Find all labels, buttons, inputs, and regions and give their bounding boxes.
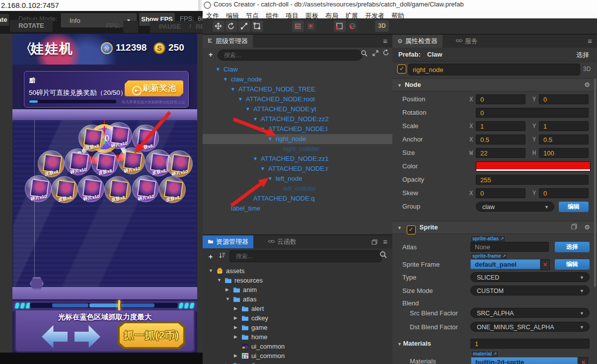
prefab-select-button[interactable]: 选择 — [576, 51, 589, 60]
atlas-select-button[interactable]: 选择 — [555, 242, 590, 252]
triangle-right-icon[interactable]: ▶ — [225, 361, 229, 364]
tree-node-ATTACHED_NODE:l[interactable]: ▼ATTACHED_NODE:l — [203, 124, 392, 134]
triangle-right-icon[interactable]: ▶ — [234, 323, 237, 332]
menu-icon[interactable]: ≡ — [383, 37, 387, 45]
tree-node-ATTACHED_NODE:yt[interactable]: ▼ATTACHED_NODE:yt — [203, 104, 392, 114]
tree-node-right_node[interactable]: ▼right_node — [203, 134, 392, 144]
add-asset-icon[interactable]: + — [209, 253, 213, 261]
tree-node-ATTACHED_NODE:r[interactable]: ▼ATTACHED_NODE:r — [203, 164, 392, 174]
game-canvas[interactable]: 〈 娃娃机 分 112398 S 250 黯 50碎片可直接兑换奖励（20/50… — [12, 34, 197, 353]
type-dropdown[interactable]: SLICED▼ — [470, 272, 590, 282]
asset-node-resources[interactable]: ▼resources — [203, 276, 392, 285]
scale-tool-icon[interactable] — [238, 20, 250, 32]
triangle-right-icon[interactable]: ▶ — [234, 351, 237, 361]
sprite-section-header[interactable]: ▼ ✓Sprite ⚙ — [392, 221, 597, 234]
color-swatch[interactable] — [476, 161, 591, 171]
node-section-header[interactable]: ▼Node ⚙ — [392, 78, 597, 91]
asset-node-ui_common[interactable]: ui_common — [203, 342, 392, 351]
tree-node-right_collider[interactable]: right_collider — [203, 144, 392, 154]
triangle-down-icon[interactable]: ▼ — [260, 164, 265, 174]
group-dropdown[interactable]: claw▼ — [476, 202, 554, 212]
material-field[interactable]: builtin-2d-sprite — [471, 357, 578, 364]
tree-node-left_node[interactable]: ▼left_node — [203, 174, 392, 184]
tree-node-ATTACHED_NODE:root[interactable]: ▼ATTACHED_NODE:root — [203, 94, 392, 104]
group-edit-button[interactable]: 编辑 — [559, 202, 589, 212]
rotate-ghost-button[interactable]: ROTATE — [10, 20, 53, 32]
menu-icon[interactable]: ≡ — [383, 237, 387, 246]
clear-material-icon[interactable]: × — [579, 357, 588, 364]
node-name-field[interactable]: right_node — [408, 64, 580, 75]
tree-node-Claw[interactable]: ▼Claw — [203, 65, 392, 74]
tree-node-ATTACHED_NODE_TREE[interactable]: ▼ATTACHED_NODE_TREE — [203, 84, 392, 94]
search-icon[interactable] — [361, 50, 368, 58]
scale-x-field[interactable]: 1 — [476, 121, 525, 131]
refresh-pool-button[interactable]: ▶刷新奖池 — [125, 80, 183, 96]
tab-services[interactable]: 服务 — [451, 35, 483, 48]
move-tool-icon[interactable] — [213, 20, 224, 32]
frame-edit-button[interactable]: 编辑 — [555, 259, 590, 270]
sprite-enabled-checkbox[interactable]: ✓ — [407, 225, 416, 234]
triangle-down-icon[interactable]: ▼ — [216, 65, 221, 74]
rotate-tool-icon[interactable] — [225, 20, 237, 32]
browser-url[interactable]: 2.168.0.102:7457 — [1, 1, 59, 9]
menu-icon[interactable]: ≡ — [588, 37, 592, 45]
refresh-icon[interactable] — [382, 49, 389, 58]
size-mode-dropdown[interactable]: CUSTOM▼ — [470, 286, 590, 295]
3d-toggle-button[interactable]: 3D — [375, 20, 389, 32]
scale-y-field[interactable]: 1 — [539, 121, 589, 131]
rect-tool-icon[interactable] — [251, 20, 263, 32]
dst-blend-dropdown[interactable]: ONE_MINUS_SRC_ALPHA▼ — [470, 322, 590, 332]
docs-icon[interactable] — [571, 221, 577, 233]
external-link-icon[interactable]: ↗ — [499, 236, 504, 241]
gear-icon[interactable]: ⚙ — [584, 79, 590, 91]
triangle-down-icon[interactable]: ▼ — [238, 94, 243, 104]
triangle-right-icon[interactable]: ▶ — [234, 332, 237, 342]
size-h-field[interactable]: 100 — [539, 148, 589, 158]
triangle-down-icon[interactable]: ▼ — [253, 114, 258, 124]
assets-search-input[interactable]: 搜索... — [229, 250, 381, 262]
asset-node-anim[interactable]: ▶anim — [203, 285, 392, 294]
tab-hierarchy[interactable]: 层级管理器 — [203, 35, 253, 48]
triangle-down-icon[interactable]: ▼ — [253, 154, 258, 164]
external-link-icon[interactable]: ↗ — [501, 254, 506, 259]
move-right-button[interactable] — [75, 325, 100, 348]
rotate-button-fragment[interactable]: ate — [0, 14, 9, 26]
position-y-field[interactable]: 0 — [539, 94, 589, 104]
rotation-field[interactable]: 0 — [476, 108, 589, 118]
popout-icon[interactable] — [372, 238, 377, 246]
asset-node-cdkey[interactable]: ▶cdkey — [203, 313, 392, 323]
tree-node-ATTACHED_NODE:zz2[interactable]: ▼ATTACHED_NODE:zz2 — [203, 114, 392, 124]
triangle-down-icon[interactable]: ▼ — [268, 174, 273, 184]
position-x-field[interactable]: 0 — [476, 94, 525, 104]
hierarchy-search-input[interactable]: 搜索... — [218, 50, 363, 61]
tab-assets[interactable]: 资源管理器 — [203, 235, 253, 248]
reload-ghost-button[interactable]: RE — [192, 21, 203, 33]
skew-y-field[interactable]: 0 — [539, 188, 589, 198]
anchor-y-field[interactable]: 0.5 — [539, 135, 589, 145]
triangle-right-icon[interactable]: ▶ — [225, 285, 229, 294]
asset-node-alert[interactable]: ▶alert — [203, 304, 392, 313]
grab-button[interactable]: 抓一抓(2币) — [118, 321, 185, 349]
src-blend-dropdown[interactable]: SRC_ALPHA▼ — [470, 308, 590, 318]
tree-node-claw_node[interactable]: ▼claw_node — [203, 74, 392, 84]
asset-node-assets[interactable]: ▼assets — [203, 266, 392, 276]
external-link-icon[interactable]: ↗ — [492, 352, 497, 357]
pause-ghost-button[interactable]: PAUSE — [150, 21, 190, 33]
world-gizmo-icon[interactable] — [347, 20, 359, 32]
asset-node-atlas[interactable]: ▼atlas — [203, 294, 392, 304]
triangle-down-icon[interactable]: ▼ — [230, 84, 235, 94]
rect-gizmo-icon[interactable] — [334, 20, 346, 32]
anchor-grid-icon[interactable] — [305, 20, 317, 32]
gear-icon[interactable]: ⚙ — [584, 221, 590, 233]
collapse-all-icon[interactable] — [372, 50, 379, 58]
search-icon[interactable] — [379, 251, 387, 260]
scrollbar-thumb[interactable] — [594, 78, 596, 287]
move-left-button[interactable] — [42, 325, 68, 348]
tree-node-label_time[interactable]: label_time — [203, 204, 392, 214]
triangle-right-icon[interactable]: ▶ — [234, 304, 237, 313]
add-node-icon[interactable]: + — [209, 51, 213, 59]
asset-node-ui_common[interactable]: ▶ui_common — [203, 351, 392, 361]
triangle-down-icon[interactable]: ▼ — [260, 124, 265, 134]
atlas-field[interactable]: None — [470, 242, 549, 252]
tab-cloud-functions[interactable]: 云函数 — [263, 235, 301, 248]
